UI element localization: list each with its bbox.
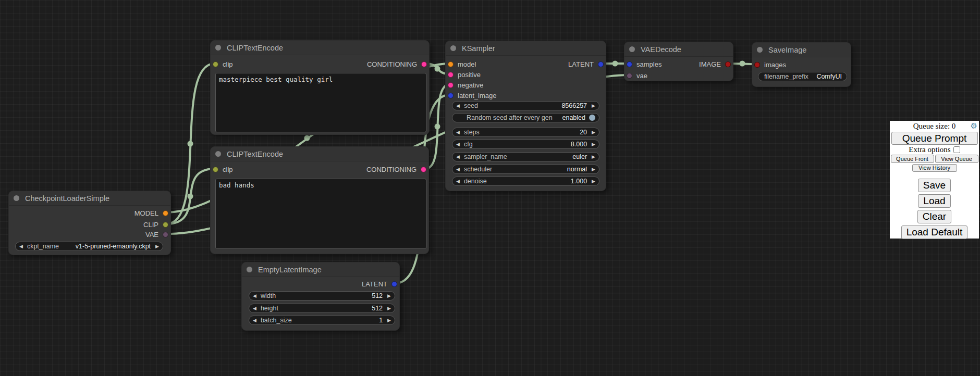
input-label: negative [458,81,483,89]
graph-canvas[interactable]: { "canvas": { "wire_color": "#a6c2a1", "… [0,0,980,376]
arrow-left-icon[interactable]: ◀ [19,244,23,249]
widget-label: steps [464,129,480,136]
node-clip-text-encode-positive[interactable]: CLIPTextEncode clip CONDITIONING masterp… [210,40,430,135]
input-dot-clip[interactable] [213,167,218,172]
node-save-image[interactable]: SaveImage images filename_prefix ComfyUI [752,42,851,87]
node-title-bar[interactable]: KSampler [446,41,606,56]
gear-icon[interactable]: ⚙ [971,121,977,131]
collapse-dot-icon[interactable] [215,45,221,51]
link-midpoint-dot[interactable] [435,66,440,72]
arrow-left-icon[interactable]: ◀ [253,318,256,323]
node-empty-latent-image[interactable]: EmptyLatentImage LATENT ◀ width 512 ▶ ◀ … [241,262,400,331]
link-midpoint-dot[interactable] [304,135,310,141]
collapse-dot-icon[interactable] [450,45,456,51]
node-ksampler[interactable]: KSampler model positive negative latent_… [445,41,606,191]
link-midpoint-dot[interactable] [188,194,193,199]
input-dot-samples[interactable] [627,61,632,67]
arrow-right-icon[interactable]: ▶ [387,306,391,311]
arrow-left-icon[interactable]: ◀ [456,154,460,159]
arrow-left-icon[interactable]: ◀ [456,130,460,135]
arrow-right-icon[interactable]: ▶ [592,154,595,159]
save-button[interactable]: Save [918,179,951,192]
arrow-right-icon[interactable]: ▶ [592,103,595,108]
output-dot-image[interactable] [725,61,731,67]
output-dot-vae[interactable] [163,232,168,237]
arrow-left-icon[interactable]: ◀ [456,103,460,108]
collapse-dot-icon[interactable] [247,267,252,272]
widget-scheduler[interactable]: ◀ scheduler normal ▶ [452,165,599,174]
arrow-left-icon[interactable]: ◀ [456,179,460,184]
output-dot-latent[interactable] [391,281,397,287]
widget-random-seed-toggle[interactable]: Random seed after every gen enabled [452,113,599,122]
arrow-left-icon[interactable]: ◀ [456,142,460,147]
widget-filename-prefix[interactable]: filename_prefix ComfyUI [758,72,847,81]
output-dot-clip[interactable] [163,222,168,228]
view-queue-button[interactable]: View Queue [935,155,978,163]
input-dot-positive[interactable] [448,72,454,78]
widget-steps[interactable]: ◀ steps 20 ▶ [452,128,599,137]
positive-prompt-textarea[interactable]: masterpiece best quality girl [215,73,426,132]
input-dot-latent-image[interactable] [448,93,454,98]
node-title-bar[interactable]: SaveImage [752,43,851,57]
node-vae-decode[interactable]: VAEDecode samples vae IMAGE [624,42,733,81]
widget-label: scheduler [464,166,492,173]
output-slot-model: MODEL [134,209,168,217]
collapse-dot-icon[interactable] [14,195,19,201]
collapse-dot-icon[interactable] [215,151,221,157]
arrow-right-icon[interactable]: ▶ [592,167,595,172]
input-dot-vae[interactable] [627,73,632,79]
widget-denoise[interactable]: ◀ denoise 1.000 ▶ [452,177,599,186]
input-dot-negative[interactable] [448,82,454,88]
clear-button[interactable]: Clear [917,210,951,223]
load-button[interactable]: Load [918,194,950,208]
node-title-bar[interactable]: VAEDecode [624,42,733,57]
widget-sampler-name[interactable]: ◀ sampler_name euler ▶ [452,152,599,161]
negative-prompt-textarea[interactable]: bad hands [215,179,426,249]
input-dot-model[interactable] [448,61,454,67]
widget-batch-size[interactable]: ◀ batch_size 1 ▶ [249,316,395,325]
widget-cfg[interactable]: ◀ cfg 8.000 ▶ [452,140,599,149]
arrow-right-icon[interactable]: ▶ [592,179,595,184]
arrow-left-icon[interactable]: ◀ [456,167,460,172]
arrow-right-icon[interactable]: ▶ [387,293,391,298]
input-dot-images[interactable] [754,62,760,68]
output-dot-conditioning[interactable] [421,61,427,67]
widget-height[interactable]: ◀ height 512 ▶ [249,304,395,313]
output-dot-latent[interactable] [598,61,604,67]
arrow-right-icon[interactable]: ▶ [592,142,595,147]
node-title-bar[interactable]: CLIPTextEncode [211,147,428,161]
widget-seed[interactable]: ◀ seed 8566257 ▶ [452,101,599,110]
node-title-bar[interactable]: EmptyLatentImage [242,262,399,277]
arrow-left-icon[interactable]: ◀ [253,293,256,298]
node-clip-text-encode-negative[interactable]: CLIPTextEncode clip CONDITIONING bad han… [210,146,429,254]
extra-options-checkbox[interactable] [953,146,960,153]
queue-prompt-button[interactable]: Queue Prompt [891,132,978,145]
view-history-button[interactable]: View History [912,164,957,172]
arrow-right-icon[interactable]: ▶ [592,130,595,135]
link-midpoint-dot[interactable] [435,124,440,130]
output-dot-model[interactable] [163,210,168,216]
input-dot-clip[interactable] [213,61,218,67]
collapse-dot-icon[interactable] [629,46,635,52]
node-checkpoint-loader[interactable]: CheckpointLoaderSimple MODEL CLIP VAE ◀ … [8,191,171,255]
toggle-dot-icon[interactable] [589,115,595,121]
link-midpoint-dot[interactable] [188,141,193,147]
widget-label: width [261,292,276,299]
widget-value: euler [572,153,587,160]
widget-ckpt-name[interactable]: ◀ ckpt_name v1-5-pruned-emaonly.ckpt ▶ [15,242,163,251]
queue-front-button[interactable]: Queue Front [891,155,934,163]
link-midpoint-dot[interactable] [740,61,745,67]
link-midpoint-dot[interactable] [612,61,618,67]
node-title-bar[interactable]: CheckpointLoaderSimple [9,191,170,206]
collapse-dot-icon[interactable] [757,47,763,53]
widget-width[interactable]: ◀ width 512 ▶ [249,291,395,300]
queue-size-label: Queue size: 0 [913,122,956,130]
arrow-left-icon[interactable]: ◀ [253,306,256,311]
output-label: LATENT [362,280,387,288]
arrow-right-icon[interactable]: ▶ [387,318,391,323]
input-slot-samples: samples [627,60,662,68]
node-title-bar[interactable]: CLIPTextEncode [211,41,429,55]
load-default-button[interactable]: Load Default [901,225,968,239]
output-dot-conditioning[interactable] [421,167,426,172]
arrow-right-icon[interactable]: ▶ [155,244,159,249]
